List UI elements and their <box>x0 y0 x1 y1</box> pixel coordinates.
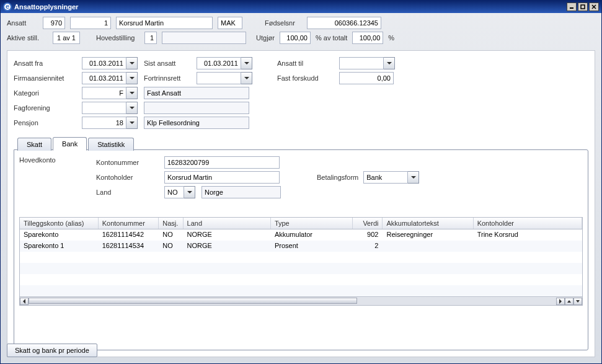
scroll-left-button[interactable] <box>20 298 29 305</box>
ansatt-kode-field[interactable]: 970 <box>43 17 65 29</box>
header-row-2: Aktive still. 1 av 1 Hovedstilling 1 Utg… <box>7 32 595 44</box>
hovedstilling-field[interactable]: 1 <box>144 32 157 44</box>
pensjon-label: Pensjon <box>14 119 76 127</box>
pct-total-field[interactable]: 100,00 <box>352 32 383 44</box>
col-type[interactable]: Type <box>271 218 353 229</box>
aktive-field[interactable]: 1 av 1 <box>53 32 80 44</box>
kategori-txt: Fast Ansatt <box>144 87 249 99</box>
table-row <box>20 263 582 274</box>
bank-upper: Hovedkonto Kontonummer 16283200799 Konto… <box>19 156 583 198</box>
fodselsnr-field[interactable]: 060366.12345 <box>307 17 381 29</box>
kontoholder-field[interactable]: Korsrud Martin <box>164 171 280 184</box>
table-row <box>20 285 582 296</box>
triangle-right-icon <box>559 299 562 304</box>
employee-info-window: e Ansattopplysninger Ansatt 970 1 Korsru… <box>0 0 602 364</box>
form-row-5: Pensjon 18 Klp Fellesordning <box>14 117 588 129</box>
tab-bank[interactable]: Bank <box>53 137 87 151</box>
pensjon-input[interactable]: 18 <box>82 117 138 129</box>
ansatt-fra-input[interactable]: 01.03.2011 <box>82 57 138 69</box>
window-controls <box>567 2 599 11</box>
triangle-down-icon <box>576 300 580 303</box>
ansatt-label: Ansatt <box>7 19 38 27</box>
scroll-down-button[interactable] <box>573 298 582 305</box>
kontoholder-label: Kontoholder <box>96 174 158 181</box>
form-row-1: Ansatt fra 01.03.2011 Sist ansatt 01.03.… <box>14 57 588 69</box>
tab-skatt[interactable]: Skatt <box>17 138 51 151</box>
col-nasj[interactable]: Nasj. <box>159 218 183 229</box>
footer-area: Skatt og bank pr periode <box>7 344 97 357</box>
firma-input[interactable]: 01.03.2011 <box>82 72 138 84</box>
chevron-down-icon[interactable] <box>126 102 138 114</box>
aktive-label: Aktive still. <box>7 34 48 42</box>
ansatt-init-field[interactable]: MAK <box>218 17 242 29</box>
firma-label: Firmaansiennitet <box>14 74 76 82</box>
skatt-bank-periode-button[interactable]: Skatt og bank pr periode <box>7 344 97 357</box>
chevron-down-icon[interactable] <box>384 57 395 69</box>
fagforening-input[interactable] <box>82 102 138 114</box>
scroll-up-button[interactable] <box>565 298 573 305</box>
chevron-down-icon[interactable] <box>126 117 138 129</box>
col-verdi[interactable]: Verdi <box>353 218 383 229</box>
hovedstilling-label: Hovedstilling <box>96 34 139 42</box>
col-alias[interactable]: Tilleggskonto (alias) <box>20 218 99 229</box>
pct-sign: % <box>388 34 394 42</box>
minimize-button[interactable] <box>567 2 577 11</box>
hovedkonto-label: Hovedkonto <box>19 156 81 198</box>
kategori-label: Kategori <box>14 89 76 97</box>
col-holder[interactable]: Kontoholder <box>474 218 582 229</box>
betalingsform-label: Betalingsform <box>317 174 358 181</box>
col-konto[interactable]: Kontonummer <box>99 218 159 229</box>
pensjon-txt: Klp Fellesordning <box>144 117 249 129</box>
betalingsform-input[interactable]: Bank <box>363 171 419 184</box>
ansatt-til-input[interactable] <box>339 57 395 69</box>
ansatt-navn-field[interactable]: Korsrud Martin <box>116 17 213 29</box>
bank-right: Betalingsform Bank <box>317 156 419 198</box>
close-button[interactable] <box>589 2 599 11</box>
scroll-right-button[interactable] <box>556 298 565 305</box>
chevron-down-icon[interactable] <box>126 72 138 84</box>
land-kode-input[interactable]: NO <box>164 186 195 198</box>
tabs-area: Skatt Bank Statistikk Hovedkonto Kontonu… <box>14 136 588 350</box>
fast-input[interactable]: 0,00 <box>339 72 394 84</box>
utgjor-label: Utgjør <box>251 34 275 42</box>
accounts-grid: Tilleggskonto (alias) Kontonummer Nasj. … <box>19 217 583 306</box>
land-label: Land <box>96 189 158 196</box>
app-icon: e <box>3 2 12 11</box>
fast-label: Fast forskudd <box>277 74 333 82</box>
tab-statistikk[interactable]: Statistikk <box>88 138 134 151</box>
chevron-down-icon[interactable] <box>241 57 252 69</box>
chevron-down-icon[interactable] <box>126 57 138 69</box>
fodselsnr-label: Fødselsnr <box>265 19 302 27</box>
fortrinn-input[interactable] <box>197 72 252 84</box>
chevron-down-icon[interactable] <box>184 186 195 198</box>
scroll-track[interactable] <box>29 298 556 305</box>
maximize-button[interactable] <box>578 2 588 11</box>
col-akk[interactable]: Akkumulatortekst <box>383 218 473 229</box>
col-land[interactable]: Land <box>184 218 271 229</box>
sist-ansatt-input[interactable]: 01.03.2011 <box>197 57 252 69</box>
triangle-left-icon <box>23 299 25 304</box>
titlebar: e Ansattopplysninger <box>1 1 601 13</box>
ansatt-fra-label: Ansatt fra <box>14 60 76 67</box>
chevron-down-icon[interactable] <box>126 87 138 99</box>
header-row-1: Ansatt 970 1 Korsrud Martin MAK Fødselsn… <box>7 17 595 29</box>
chevron-down-icon[interactable] <box>408 171 419 184</box>
land-navn-field: Norge <box>201 186 281 198</box>
chevron-down-icon[interactable] <box>241 72 252 84</box>
grid-body: Sparekonto16281114542NONORGEAkkumulator9… <box>20 229 582 296</box>
table-row[interactable]: Sparekonto16281114542NONORGEAkkumulator9… <box>20 229 582 241</box>
content-area: Ansatt 970 1 Korsrud Martin MAK Fødselsn… <box>1 13 601 363</box>
kategori-input[interactable]: F <box>82 87 138 99</box>
kontonummer-field[interactable]: 16283200799 <box>164 156 280 169</box>
kontonummer-label: Kontonummer <box>96 159 158 166</box>
scroll-thumb[interactable] <box>29 298 357 304</box>
bank-fields: Kontonummer 16283200799 Kontoholder Kors… <box>96 156 281 198</box>
grid-scrollbar <box>20 296 582 305</box>
triangle-up-icon <box>567 300 571 303</box>
grid-header: Tilleggskonto (alias) Kontonummer Nasj. … <box>20 218 582 229</box>
tabstrip: Skatt Bank Statistikk <box>14 136 588 150</box>
table-row[interactable]: Sparekonto 116281114534NONORGEProsent2 <box>20 241 582 252</box>
utgjor-field[interactable]: 100,00 <box>280 32 311 44</box>
tab-body-bank: Hovedkonto Kontonummer 16283200799 Konto… <box>14 149 588 350</box>
ansatt-nr-field[interactable]: 1 <box>70 17 111 29</box>
